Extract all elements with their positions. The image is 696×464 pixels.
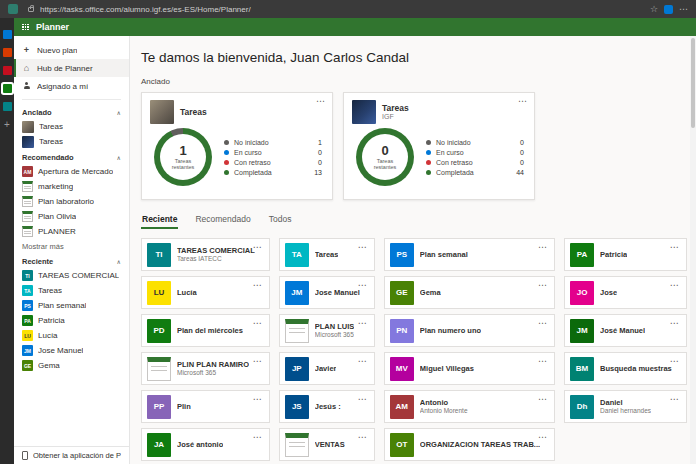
chevron-up-icon[interactable]: ∧ xyxy=(117,109,121,116)
tab-recomendado[interactable]: Recomendado xyxy=(194,214,251,229)
plan-tile-text: Patricia xyxy=(600,250,627,259)
rail-add-icon[interactable]: + xyxy=(4,120,10,130)
sidebar-item-assigned-to-me[interactable]: Asignado a mí xyxy=(14,77,129,95)
sidebar-pinned-plan-item[interactable]: Tareas xyxy=(14,119,129,134)
sidebar-section-recent[interactable]: Reciente ∧ xyxy=(14,253,129,268)
plan-tile[interactable]: GE Gema ⋯ xyxy=(384,276,555,309)
sidebar-recent-plan-item[interactable]: LU Lucía xyxy=(14,328,129,343)
sidebar-item-new-plan[interactable]: + Nuevo plan xyxy=(14,41,129,59)
chevron-up-icon[interactable]: ∧ xyxy=(117,154,121,161)
tile-more-menu-icon[interactable]: ⋯ xyxy=(253,432,262,442)
plan-tile[interactable]: TA Tareas ⋯ xyxy=(279,238,375,271)
tile-more-menu-icon[interactable]: ⋯ xyxy=(253,394,262,404)
plan-tile[interactable]: JA José antonio ⋯ xyxy=(141,428,270,461)
sidebar-section-pinned[interactable]: Anclado ∧ xyxy=(14,104,129,119)
sidebar-section-recommended[interactable]: Recomendado ∧ xyxy=(14,149,129,164)
main-scrollbar[interactable] xyxy=(690,36,696,464)
get-planner-app-link[interactable]: Obtener la aplicación de Pl... xyxy=(14,446,129,464)
plan-tile[interactable]: JM Jose Manuel ⋯ xyxy=(279,276,375,309)
tile-more-menu-icon[interactable]: ⋯ xyxy=(358,242,367,252)
browser-more-menu-icon[interactable]: ⋯ xyxy=(679,5,688,14)
plan-tile[interactable]: OT ORGANIZACION TAREAS TRAB... ⋯ xyxy=(384,428,555,461)
tile-more-menu-icon[interactable]: ⋯ xyxy=(358,318,367,328)
plan-tile[interactable]: AM Antonio Antonio Morente ⋯ xyxy=(384,390,555,423)
tile-more-menu-icon[interactable]: ⋯ xyxy=(358,356,367,366)
recent-plan-label: Jose Manuel xyxy=(38,346,83,355)
pinned-section-label: Anclado xyxy=(22,108,52,117)
browser-profile-avatar[interactable] xyxy=(664,5,673,14)
sidebar-pinned-plan-item[interactable]: Tareas xyxy=(14,134,129,149)
app-shortcut-icon[interactable] xyxy=(3,48,12,57)
tile-more-menu-icon[interactable]: ⋯ xyxy=(358,394,367,404)
plan-tile[interactable]: Dh Daniel Daniel hernandes ⋯ xyxy=(564,390,687,423)
app-launcher-waffle-icon[interactable] xyxy=(22,24,29,31)
plan-tile-text: PLIN PLAN RAMIRO Microsoft 365 xyxy=(177,360,249,377)
plan-tile[interactable]: JM José Manuel ⋯ xyxy=(564,314,687,347)
url-text[interactable]: https://tasks.office.com/alumno.igf.es/e… xyxy=(40,5,251,14)
sidebar-recent-plan-item[interactable]: TI TAREAS COMERCIAL xyxy=(14,268,129,283)
sidebar-recent-plan-item[interactable]: PA Patricia xyxy=(14,313,129,328)
tile-more-menu-icon[interactable]: ⋯ xyxy=(538,318,547,328)
tile-more-menu-icon[interactable]: ⋯ xyxy=(670,280,679,290)
tile-more-menu-icon[interactable]: ⋯ xyxy=(538,242,547,252)
tab-reciente[interactable]: Reciente xyxy=(141,214,178,229)
tile-more-menu-icon[interactable]: ⋯ xyxy=(358,280,367,290)
sidebar-recent-plan-item[interactable]: JM Jose Manuel xyxy=(14,343,129,358)
tile-more-menu-icon[interactable]: ⋯ xyxy=(538,394,547,404)
pinned-plan-card[interactable]: Tareas IGF ⋯ 0 Tareas restantes xyxy=(343,92,535,200)
tile-more-menu-icon[interactable]: ⋯ xyxy=(670,356,679,366)
app-shortcut-icon[interactable] xyxy=(3,84,12,93)
sidebar-recent-plan-item[interactable]: GE Gema xyxy=(14,358,129,373)
plan-initials-avatar: PA xyxy=(22,315,33,326)
plan-tile[interactable]: PA Patricia ⋯ xyxy=(564,238,687,271)
tile-more-menu-icon[interactable]: ⋯ xyxy=(538,356,547,366)
plan-tile[interactable]: PD Plan del miércoles ⋯ xyxy=(141,314,270,347)
scrollbar-thumb[interactable] xyxy=(691,38,695,128)
pinned-plan-card[interactable]: Tareas ⋯ 1 Tareas restantes xyxy=(141,92,333,200)
sidebar-recent-plan-item[interactable]: TA Tareas xyxy=(14,283,129,298)
app-shortcut-icon[interactable] xyxy=(3,66,12,75)
favorites-star-icon[interactable]: ☆ xyxy=(650,5,658,14)
tile-more-menu-icon[interactable]: ⋯ xyxy=(670,318,679,328)
show-more-link[interactable]: Mostrar más xyxy=(14,239,129,253)
chevron-up-icon[interactable]: ∧ xyxy=(117,258,121,265)
plan-tile[interactable]: BM Busqueda muestras ⋯ xyxy=(564,352,687,385)
sidebar-recent-plan-item[interactable]: PS Plan semanal xyxy=(14,298,129,313)
app-shortcut-icon[interactable] xyxy=(3,30,12,39)
plan-tile[interactable]: VENTAS ⋯ xyxy=(279,428,375,461)
sidebar-recommended-plan-item[interactable]: marketing xyxy=(14,179,129,194)
sidebar-recommended-plan-item[interactable]: Plan laboratorio xyxy=(14,194,129,209)
app-shortcut-icon[interactable] xyxy=(3,102,12,111)
sidebar-recommended-plan-item[interactable]: AM Apertura de Mercado xyxy=(14,164,129,179)
sidebar-recommended-plan-item[interactable]: PLANNER xyxy=(14,224,129,239)
plan-tile[interactable]: PN Plan numero uno ⋯ xyxy=(384,314,555,347)
plan-tile[interactable]: JO Jose ⋯ xyxy=(564,276,687,309)
plan-tile[interactable]: PS Plan semanal ⋯ xyxy=(384,238,555,271)
tile-more-menu-icon[interactable]: ⋯ xyxy=(253,318,262,328)
plan-tile[interactable]: PLIN PLAN RAMIRO Microsoft 365 ⋯ xyxy=(141,352,270,385)
tile-more-menu-icon[interactable]: ⋯ xyxy=(538,280,547,290)
tile-more-menu-icon[interactable]: ⋯ xyxy=(670,242,679,252)
recent-plan-label: Gema xyxy=(38,361,60,370)
plan-tile[interactable]: PLAN LUIS Microsoft 365 ⋯ xyxy=(279,314,375,347)
card-more-menu-icon[interactable]: ⋯ xyxy=(518,96,527,106)
tile-more-menu-icon[interactable]: ⋯ xyxy=(538,432,547,442)
sidebar-recommended-plan-item[interactable]: Plan Olivia xyxy=(14,209,129,224)
chart-legend: No iniciado 0 En curso 0 Con retraso xyxy=(426,139,526,176)
plan-tile[interactable]: MV Miguel Villegas ⋯ xyxy=(384,352,555,385)
tile-more-menu-icon[interactable]: ⋯ xyxy=(670,394,679,404)
tab-todos[interactable]: Todos xyxy=(268,214,293,229)
card-body: 1 Tareas restantes No iniciado 1 xyxy=(142,128,332,192)
card-more-menu-icon[interactable]: ⋯ xyxy=(316,96,325,106)
plan-tile[interactable]: JS Jesús : ⋯ xyxy=(279,390,375,423)
plan-tile[interactable]: TI TAREAS COMERCIAL Tareas IATECC ⋯ xyxy=(141,238,270,271)
sidebar-item-planner-hub[interactable]: ⌂ Hub de Planner xyxy=(14,59,129,77)
tile-more-menu-icon[interactable]: ⋯ xyxy=(253,356,262,366)
plan-tile[interactable]: JP Javier ⋯ xyxy=(279,352,375,385)
tile-more-menu-icon[interactable]: ⋯ xyxy=(253,242,262,252)
plan-tile[interactable]: LU Lucía ⋯ xyxy=(141,276,270,309)
tile-more-menu-icon[interactable]: ⋯ xyxy=(253,280,262,290)
plan-tile[interactable]: PP Plin ⋯ xyxy=(141,390,270,423)
plan-subtitle: Antonio Morente xyxy=(420,407,468,415)
tile-more-menu-icon[interactable]: ⋯ xyxy=(358,432,367,442)
